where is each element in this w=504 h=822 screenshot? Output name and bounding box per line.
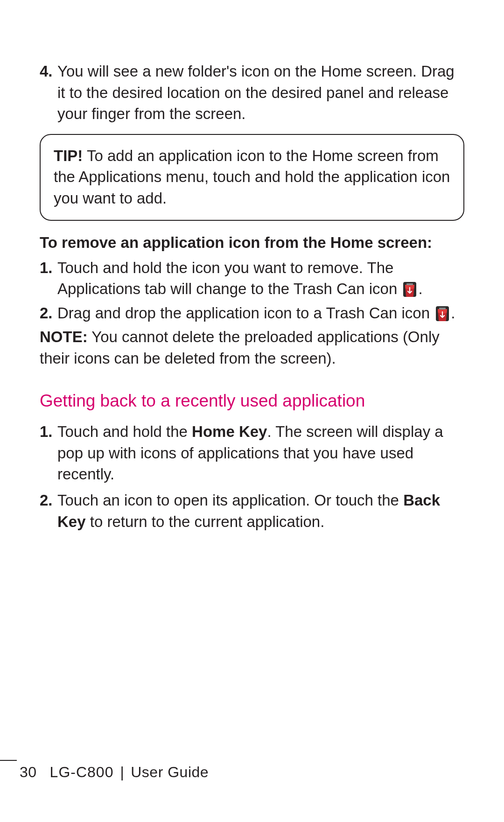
remove-item-2-text: Drag and drop the application icon to a …: [57, 302, 464, 324]
recent-item-1: 1. Touch and hold the Home Key. The scre…: [40, 421, 464, 485]
remove-item-1: 1. Touch and hold the icon you want to r…: [40, 257, 464, 300]
recent-item-1-p1: Touch and hold the: [57, 423, 192, 440]
section-title: Getting back to a recently used applicat…: [40, 391, 464, 411]
page-footer: 30 LG-C800 | User Guide: [0, 760, 504, 781]
note: NOTE: You cannot delete the preloaded ap…: [40, 326, 464, 369]
footer-divider: |: [120, 764, 124, 781]
model-name: LG-C800: [50, 764, 114, 781]
note-text: You cannot delete the preloaded applicat…: [40, 328, 440, 367]
recent-item-2-p1: Touch an icon to open its application. O…: [57, 492, 403, 509]
recent-item-2-text: Touch an icon to open its application. O…: [57, 490, 464, 532]
remove-item-1-text: Touch and hold the icon you want to remo…: [57, 257, 464, 300]
list-number: 2.: [40, 302, 57, 324]
footer-rule: [0, 760, 17, 761]
footer-row: 30 LG-C800 | User Guide: [0, 764, 504, 781]
page: 4. You will see a new folder's icon on t…: [0, 0, 504, 822]
tip-lead: TIP!: [54, 147, 83, 164]
list-number: 1.: [40, 421, 57, 443]
list-number: 4.: [40, 61, 57, 82]
home-key-label: Home Key: [192, 423, 267, 440]
tip-box: TIP! To add an application icon to the H…: [40, 134, 464, 221]
footer-label: User Guide: [131, 764, 209, 781]
recent-item-1-text: Touch and hold the Home Key. The screen …: [57, 421, 464, 485]
remove-heading: To remove an application icon from the H…: [40, 232, 464, 253]
step-4-text: You will see a new folder's icon on the …: [57, 61, 464, 125]
trash-can-icon: [402, 281, 417, 298]
recent-item-2: 2. Touch an icon to open its application…: [40, 490, 464, 532]
remove-item-1-post: .: [418, 280, 422, 297]
tip-text: To add an application icon to the Home s…: [54, 147, 450, 207]
remove-item-2: 2. Drag and drop the application icon to…: [40, 302, 464, 324]
trash-can-icon: [435, 305, 450, 322]
step-4: 4. You will see a new folder's icon on t…: [40, 61, 464, 125]
recent-list: 1. Touch and hold the Home Key. The scre…: [40, 421, 464, 532]
remove-item-2-pre: Drag and drop the application icon to a …: [57, 304, 434, 322]
remove-item-2-post: .: [451, 304, 455, 322]
list-number: 2.: [40, 490, 57, 511]
remove-list: 1. Touch and hold the icon you want to r…: [40, 257, 464, 324]
list-number: 1.: [40, 257, 57, 279]
note-lead: NOTE:: [40, 328, 88, 345]
remove-item-1-pre: Touch and hold the icon you want to remo…: [57, 259, 401, 298]
recent-item-2-p2: to return to the current application.: [86, 513, 325, 530]
page-number: 30: [20, 764, 37, 781]
